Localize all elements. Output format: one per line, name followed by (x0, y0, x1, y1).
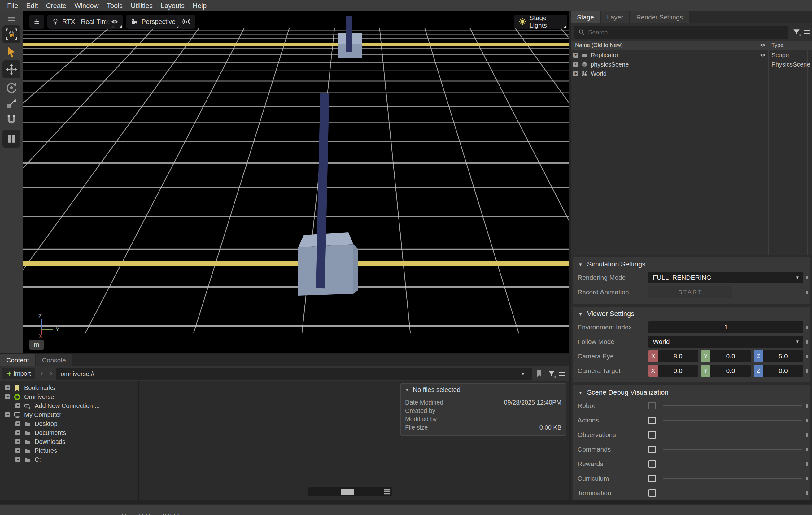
tree-item-my-computer[interactable]: − My Computer (0, 411, 138, 419)
move-tool-button[interactable] (2, 60, 21, 78)
property-state-dot[interactable] (806, 491, 808, 495)
menu-utilities[interactable]: Utilities (127, 0, 157, 11)
item-label[interactable]: Pictures (35, 446, 57, 455)
property-state-dot[interactable] (806, 404, 808, 407)
stage-filter-icon[interactable] (792, 28, 801, 36)
menu-file[interactable]: File (3, 0, 22, 11)
menu-create[interactable]: Create (42, 0, 70, 11)
content-options-icon[interactable] (558, 370, 566, 377)
tab-stage[interactable]: Stage (571, 11, 600, 23)
prim-name[interactable]: Replicator (590, 51, 618, 60)
camera-eye-x-field[interactable]: 8.0 (658, 350, 698, 362)
file-info-header[interactable]: ▼ No files selected (401, 384, 566, 396)
tree-item-bookmarks[interactable]: − Bookmarks (0, 384, 138, 392)
stage-row-physicsscene[interactable]: + physicsScene PhysicsScene (571, 60, 812, 69)
selection-mode-button[interactable] (2, 25, 21, 43)
camera-eye-y-field[interactable]: 0.0 (710, 350, 751, 362)
camera-eye-z-field[interactable]: 5.0 (763, 350, 803, 362)
slider-handle[interactable] (341, 489, 354, 494)
property-state-dot[interactable] (806, 448, 808, 451)
stage-row-world[interactable]: + World (571, 69, 812, 78)
scene-debug-header[interactable]: ▼ Scene Debug Visualization (573, 385, 810, 399)
path-input[interactable] (56, 368, 489, 380)
path-bar[interactable]: ▼ (56, 368, 532, 380)
visibility-eye-icon[interactable] (759, 52, 766, 58)
item-label[interactable]: Downloads (35, 437, 65, 446)
item-label[interactable]: Documents (35, 428, 66, 437)
menu-edit[interactable]: Edit (22, 0, 42, 11)
tree-item-downloads[interactable]: + Downloads (0, 437, 138, 446)
expand-icon[interactable]: + (16, 421, 21, 426)
camera-target-y-field[interactable]: 0.0 (710, 365, 751, 377)
pause-button[interactable] (2, 130, 21, 148)
renderer-selector-button[interactable]: RTX - Real-Time (48, 14, 115, 29)
observations-checkbox[interactable] (648, 431, 656, 438)
select-tool-button[interactable] (2, 46, 21, 59)
item-label[interactable]: Add New Connection ... (35, 401, 100, 411)
rotate-tool-button[interactable] (2, 80, 21, 95)
property-state-dot[interactable] (806, 326, 808, 329)
menu-layouts[interactable]: Layouts (157, 0, 188, 11)
expand-icon[interactable]: + (573, 62, 578, 67)
simulation-settings-header[interactable]: ▼ Simulation Settings (573, 257, 810, 271)
viewport-3d[interactable]: RTX - Real-Time Perspective Stage Lights… (23, 11, 569, 354)
expand-icon[interactable]: + (16, 448, 21, 453)
expand-icon[interactable]: + (16, 430, 21, 435)
tab-layer[interactable]: Layer (601, 11, 630, 23)
item-label[interactable]: Desktop (35, 419, 57, 428)
tree-item-add-new-connection[interactable]: + Add New Connection ... (0, 401, 138, 411)
follow-mode-dropdown[interactable]: World ▼ (648, 336, 803, 347)
viewport-settings-button[interactable] (29, 14, 44, 29)
name-column-header[interactable]: Name (Old to New) (575, 41, 623, 50)
expand-icon[interactable]: + (16, 403, 21, 408)
item-label[interactable]: Omniverse (24, 392, 54, 401)
expand-icon[interactable]: + (573, 71, 578, 76)
property-state-dot[interactable] (806, 369, 808, 373)
viewer-settings-header[interactable]: ▼ Viewer Settings (573, 307, 810, 321)
nav-back-icon[interactable]: ‹ (38, 368, 46, 379)
property-state-dot[interactable] (806, 477, 808, 480)
menu-window[interactable]: Window (70, 0, 103, 11)
stage-row-replicator[interactable]: + Replicator Scope (571, 51, 812, 60)
stage-lights-button[interactable]: Stage Lights (514, 14, 567, 29)
snap-tool-button[interactable] (2, 112, 21, 127)
collapse-icon[interactable]: − (5, 412, 10, 417)
units-button[interactable]: m (29, 339, 44, 350)
stage-search-input[interactable] (588, 29, 774, 36)
tree-item-c-drive[interactable]: + C: (0, 455, 138, 464)
record-start-button[interactable]: START (648, 286, 732, 298)
toolbar-grip-icon[interactable] (2, 14, 21, 24)
bookmark-icon[interactable] (535, 369, 543, 378)
tree-item-pictures[interactable]: + Pictures (0, 446, 138, 455)
tab-content[interactable]: Content (0, 354, 35, 366)
prim-name[interactable]: physicsScene (590, 60, 629, 69)
content-filter-icon[interactable] (548, 370, 556, 378)
tab-console[interactable]: Console (36, 354, 72, 366)
item-label[interactable]: Bookmarks (24, 384, 55, 392)
stage-search-field[interactable] (575, 26, 788, 39)
property-state-dot[interactable] (806, 340, 808, 343)
property-state-dot[interactable] (806, 291, 808, 294)
camera-target-x-field[interactable]: 0.0 (658, 365, 698, 377)
rendering-mode-dropdown[interactable]: FULL_RENDERING ▼ (648, 272, 803, 283)
tab-render-settings[interactable]: Render Settings (630, 11, 689, 23)
menu-tools[interactable]: Tools (103, 0, 127, 11)
expand-icon[interactable]: + (16, 439, 21, 444)
rewards-checkbox[interactable] (648, 460, 656, 468)
property-state-dot[interactable] (806, 355, 808, 358)
tree-item-desktop[interactable]: + Desktop (0, 419, 138, 428)
property-state-dot[interactable] (806, 419, 808, 422)
curriculum-checkbox[interactable] (648, 475, 656, 482)
broadcast-button[interactable] (177, 14, 195, 29)
import-button[interactable]: + Import (2, 368, 35, 379)
collapse-icon[interactable]: − (5, 385, 10, 390)
item-label[interactable]: C: (35, 455, 41, 464)
prim-name[interactable]: World (590, 69, 607, 78)
visibility-menu-button[interactable] (106, 14, 123, 29)
termination-checkbox[interactable] (648, 489, 656, 497)
collapse-icon[interactable]: − (5, 394, 10, 399)
property-state-dot[interactable] (806, 462, 808, 466)
camera-target-z-field[interactable]: 0.0 (763, 365, 803, 377)
environment-index-field[interactable]: 1 (648, 321, 803, 333)
item-label[interactable]: My Computer (24, 411, 61, 419)
